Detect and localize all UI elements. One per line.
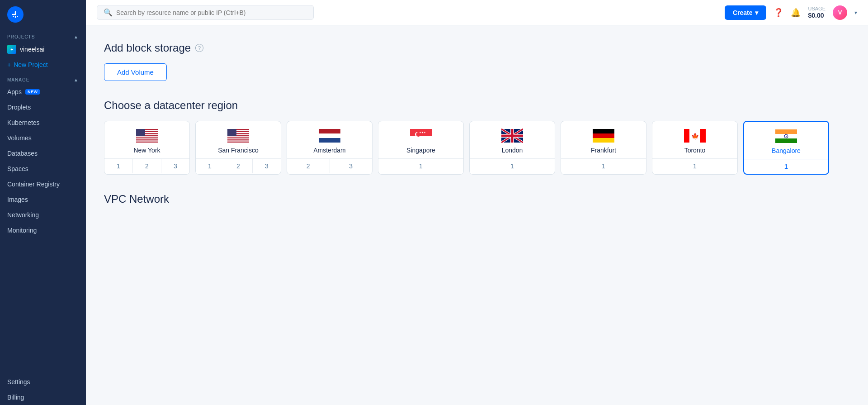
region-name-bangalore: Bangalore bbox=[772, 147, 801, 154]
add-volume-button[interactable]: Add Volume bbox=[104, 63, 167, 81]
container-registry-label: Container Registry bbox=[7, 181, 60, 188]
svg-rect-21 bbox=[410, 136, 432, 143]
flag-in bbox=[775, 129, 797, 143]
sidebar-item-settings[interactable]: Settings bbox=[0, 374, 86, 390]
svg-rect-18 bbox=[319, 133, 340, 138]
region-grid: New York 1 2 3 bbox=[104, 121, 850, 175]
region-card-bangalore[interactable]: Bangalore 1 bbox=[743, 121, 829, 175]
logo-area[interactable] bbox=[0, 0, 86, 29]
topbar: 🔍 Create ▾ ❓ 🔔 USAGE $0.00 V ▾ bbox=[86, 0, 868, 25]
sidebar-item-monitoring[interactable]: Monitoring bbox=[0, 223, 86, 238]
region-num-ams2[interactable]: 2 bbox=[287, 159, 330, 173]
region-num-ny1[interactable]: 1 bbox=[104, 159, 133, 173]
region-name-new-york: New York bbox=[133, 147, 160, 154]
region-card-london[interactable]: London 1 bbox=[469, 121, 555, 175]
svg-rect-27 bbox=[593, 133, 614, 138]
user-chevron-icon[interactable]: ▾ bbox=[854, 10, 857, 16]
topbar-right: Create ▾ ❓ 🔔 USAGE $0.00 V ▾ bbox=[725, 5, 857, 20]
region-num-ny2[interactable]: 2 bbox=[133, 159, 161, 173]
region-name-london: London bbox=[502, 147, 523, 154]
sidebar-item-container-registry[interactable]: Container Registry bbox=[0, 176, 86, 192]
region-num-lon1[interactable]: 1 bbox=[470, 159, 555, 173]
region-card-amsterdam[interactable]: Amsterdam 2 3 bbox=[287, 121, 373, 175]
region-card-singapore[interactable]: ✦✦✦ Singapore 1 bbox=[378, 121, 464, 175]
networking-label: Networking bbox=[7, 211, 39, 219]
flag-us-sanfrancisco bbox=[227, 129, 249, 143]
create-chevron-icon: ▾ bbox=[755, 9, 758, 16]
region-num-sfo1[interactable]: 1 bbox=[196, 159, 224, 173]
datacenter-title: Choose a datacenter region bbox=[104, 99, 850, 112]
usage-info: USAGE $0.00 bbox=[808, 6, 826, 19]
sidebar-item-billing[interactable]: Billing bbox=[0, 390, 86, 405]
region-name-singapore: Singapore bbox=[406, 147, 435, 154]
flag-sg: ✦✦✦ bbox=[410, 129, 432, 143]
block-storage-section: Add block storage ? Add Volume bbox=[104, 42, 850, 81]
region-num-sfo2[interactable]: 2 bbox=[224, 159, 253, 173]
sidebar-item-images[interactable]: Images bbox=[0, 192, 86, 207]
sidebar-item-volumes[interactable]: Volumes bbox=[0, 130, 86, 146]
new-project-plus-icon: + bbox=[7, 61, 11, 68]
volumes-label: Volumes bbox=[7, 134, 32, 142]
apps-label: Apps bbox=[7, 88, 22, 95]
region-num-sgp1[interactable]: 1 bbox=[378, 159, 463, 173]
project-name: vineelsai bbox=[20, 46, 44, 53]
sidebar-item-project[interactable]: ✦ vineelsai bbox=[0, 41, 86, 57]
region-num-tor1[interactable]: 1 bbox=[652, 159, 737, 173]
spaces-label: Spaces bbox=[7, 165, 28, 172]
svg-rect-13 bbox=[227, 136, 249, 137]
sidebar-item-kubernetes[interactable]: Kubernetes bbox=[0, 115, 86, 130]
sidebar-item-apps[interactable]: Apps NEW bbox=[0, 84, 86, 100]
region-num-ams3[interactable]: 3 bbox=[330, 159, 373, 173]
region-numbers-san-francisco: 1 2 3 bbox=[196, 158, 281, 173]
svg-rect-19 bbox=[319, 138, 340, 143]
region-numbers-bangalore: 1 bbox=[744, 159, 828, 174]
flag-us-newyork bbox=[136, 129, 158, 143]
vpc-title: VPC Network bbox=[104, 193, 850, 205]
svg-rect-29 bbox=[684, 129, 689, 143]
sidebar-bottom: Settings Billing bbox=[0, 374, 86, 405]
flag-de bbox=[593, 129, 614, 143]
search-input[interactable] bbox=[116, 9, 307, 16]
svg-text:🍁: 🍁 bbox=[691, 133, 699, 140]
svg-rect-33 bbox=[775, 129, 797, 134]
flag-ca: 🍁 bbox=[684, 129, 706, 143]
new-project-label: New Project bbox=[14, 61, 47, 68]
sidebar-item-networking[interactable]: Networking bbox=[0, 207, 86, 223]
region-numbers-singapore: 1 bbox=[378, 158, 463, 173]
svg-rect-16 bbox=[227, 129, 236, 136]
vpc-section: VPC Network bbox=[104, 193, 850, 205]
help-icon: ❓ bbox=[774, 8, 783, 18]
sidebar-item-spaces[interactable]: Spaces bbox=[0, 161, 86, 176]
region-card-new-york[interactable]: New York 1 2 3 bbox=[104, 121, 190, 175]
svg-text:✦✦✦: ✦✦✦ bbox=[419, 131, 426, 134]
region-numbers-toronto: 1 bbox=[652, 158, 737, 173]
region-num-blr1[interactable]: 1 bbox=[744, 159, 828, 174]
projects-section-label: PROJECTS ▲ bbox=[0, 29, 86, 41]
main-area: 🔍 Create ▾ ❓ 🔔 USAGE $0.00 V ▾ bbox=[86, 0, 868, 405]
projects-chevron-icon: ▲ bbox=[74, 34, 79, 39]
region-card-san-francisco[interactable]: San Francisco 1 2 3 bbox=[195, 121, 281, 175]
avatar[interactable]: V bbox=[833, 5, 847, 20]
sidebar-item-databases[interactable]: Databases bbox=[0, 146, 86, 161]
apps-new-badge: NEW bbox=[25, 89, 40, 95]
region-name-frankfurt: Frankfurt bbox=[591, 147, 616, 154]
region-num-ny3[interactable]: 3 bbox=[161, 159, 189, 173]
region-card-toronto[interactable]: 🍁 Toronto 1 bbox=[652, 121, 738, 175]
monitoring-label: Monitoring bbox=[7, 227, 37, 234]
region-num-sfo3[interactable]: 3 bbox=[253, 159, 281, 173]
sidebar-item-droplets[interactable]: Droplets bbox=[0, 100, 86, 115]
svg-rect-17 bbox=[319, 129, 340, 133]
svg-point-37 bbox=[786, 136, 787, 137]
help-button[interactable]: ❓ bbox=[774, 8, 783, 18]
svg-rect-7 bbox=[136, 140, 158, 141]
search-bar[interactable]: 🔍 bbox=[97, 5, 314, 20]
region-num-fra1[interactable]: 1 bbox=[561, 159, 646, 173]
new-project-button[interactable]: + New Project bbox=[0, 57, 86, 72]
block-storage-help-icon[interactable]: ? bbox=[195, 44, 203, 52]
notifications-button[interactable]: 🔔 bbox=[791, 8, 801, 18]
region-card-frankfurt[interactable]: Frankfurt 1 bbox=[561, 121, 646, 175]
create-button[interactable]: Create ▾ bbox=[725, 5, 767, 20]
region-name-toronto: Toronto bbox=[684, 147, 706, 154]
datacenter-section: Choose a datacenter region bbox=[104, 99, 850, 175]
region-numbers-frankfurt: 1 bbox=[561, 158, 646, 173]
